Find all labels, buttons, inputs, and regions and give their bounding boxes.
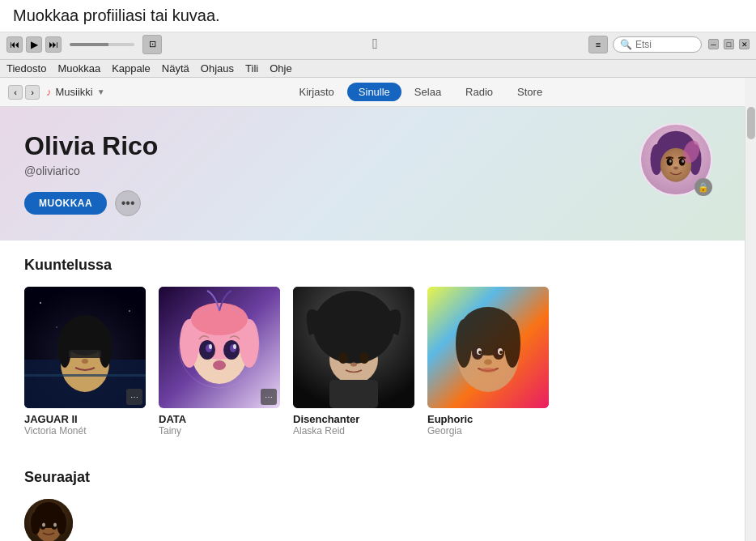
svg-point-43 xyxy=(350,363,357,367)
album-menu-button[interactable]: ⋯ xyxy=(261,389,277,405)
tooltip-text: Muokkaa profiiliasi tai kuvaa. xyxy=(0,0,756,32)
album-item: ⋯ DATA Tainy xyxy=(159,287,280,437)
svg-point-63 xyxy=(57,512,66,535)
library-label: Musiikki xyxy=(56,86,93,98)
nav-tabs: Kirjasto Sinulle Selaa Radio Store xyxy=(105,83,737,101)
svg-point-67 xyxy=(53,523,57,527)
profile-header: Olivia Rico @oliviarico MUOKKAA ••• xyxy=(0,107,745,241)
maximize-button[interactable]: □ xyxy=(724,39,734,49)
album-title: DATA xyxy=(159,413,280,425)
airplay-button[interactable]: ⊡ xyxy=(142,35,162,54)
svg-point-21 xyxy=(40,302,41,304)
apple-logo:  xyxy=(162,36,588,53)
nav-bar: ‹ › ♪ Musiikki ▼ Kirjasto Sinulle Selaa … xyxy=(0,78,745,107)
svg-point-35 xyxy=(233,344,236,349)
album-artist: Georgia xyxy=(427,425,549,437)
play-button[interactable]: ▶ xyxy=(26,36,42,53)
follower-avatar-container xyxy=(24,499,720,541)
album-cover-disenchanter[interactable] xyxy=(293,287,414,408)
more-options-button[interactable]: ••• xyxy=(115,190,141,216)
menu-kappale[interactable]: Kappale xyxy=(112,62,151,75)
svg-point-34 xyxy=(209,344,212,349)
menu-tiedosto[interactable]: Tiedosto xyxy=(6,62,46,75)
menu-ohje[interactable]: Ohje xyxy=(270,62,291,75)
svg-point-66 xyxy=(42,523,45,527)
album-item: Disenchanter Alaska Reid xyxy=(293,287,414,437)
svg-rect-58 xyxy=(427,287,549,408)
lock-icon: 🔒 xyxy=(698,182,709,193)
rewind-button[interactable]: ⏮ xyxy=(6,36,23,53)
profile-name: Olivia Rico xyxy=(24,131,720,161)
album-menu-button[interactable]: ⋯ xyxy=(126,389,142,405)
albums-grid: ⋯ JAGUAR II Victoria Monét xyxy=(24,287,720,437)
edit-profile-button[interactable]: MUOKKAA xyxy=(24,192,107,215)
list-button[interactable]: ≡ xyxy=(588,36,608,53)
album-item: ⋯ JAGUAR II Victoria Monét xyxy=(24,287,146,437)
seuraajat-title: Seuraajat xyxy=(24,469,720,486)
kuuntelussa-title: Kuuntelussa xyxy=(24,257,720,274)
library-selector[interactable]: ♪ Musiikki ▼ xyxy=(46,86,105,98)
menu-muokkaa[interactable]: Muokkaa xyxy=(57,62,100,75)
seuraajat-section: Seuraajat xyxy=(0,453,745,541)
profile-handle: @oliviarico xyxy=(24,164,720,177)
svg-point-2 xyxy=(650,144,662,175)
fastforward-button[interactable]: ⏭ xyxy=(45,36,62,53)
svg-rect-18 xyxy=(69,350,101,358)
album-cover-jaguar[interactable]: ⋯ xyxy=(24,287,146,408)
tab-store[interactable]: Store xyxy=(506,83,554,101)
euphoric-cover-art xyxy=(427,287,549,408)
search-input[interactable] xyxy=(635,39,700,50)
search-box[interactable]: 🔍 xyxy=(613,36,702,53)
album-cover-data[interactable]: ⋯ xyxy=(159,287,280,408)
follower-avatar-image xyxy=(24,499,73,541)
svg-point-62 xyxy=(31,512,40,535)
svg-point-22 xyxy=(129,310,130,312)
follower-avatar xyxy=(24,499,73,541)
album-cover-euphoric[interactable] xyxy=(427,287,549,408)
menu-ohjaus[interactable]: Ohjaus xyxy=(201,62,234,75)
album-title: JAGUAR II xyxy=(24,413,146,425)
avatar-container: 🔒 xyxy=(639,123,712,196)
chevron-down-icon: ▼ xyxy=(97,87,105,96)
menu-bar: Tiedosto Muokkaa Kappale Näytä Ohjaus Ti… xyxy=(0,60,756,78)
svg-point-42 xyxy=(359,352,369,364)
nav-arrows: ‹ › xyxy=(8,85,40,100)
forward-button[interactable]: › xyxy=(25,85,40,100)
music-note-icon: ♪ xyxy=(46,86,52,98)
svg-point-29 xyxy=(191,303,248,335)
scrollbar[interactable] xyxy=(745,107,756,541)
svg-rect-44 xyxy=(329,380,378,408)
menu-nayta[interactable]: Näytä xyxy=(162,62,189,75)
svg-point-8 xyxy=(682,160,684,163)
album-artist: Tainy xyxy=(159,425,280,437)
svg-point-16 xyxy=(58,327,71,368)
svg-point-17 xyxy=(99,327,112,368)
album-artist: Victoria Monét xyxy=(24,425,146,437)
scrollbar-thumb[interactable] xyxy=(747,107,755,139)
svg-point-41 xyxy=(338,352,348,364)
tab-sinulle[interactable]: Sinulle xyxy=(347,83,401,101)
volume-slider[interactable] xyxy=(70,43,134,46)
album-title: Disenchanter xyxy=(293,413,414,425)
tab-kirjasto[interactable]: Kirjasto xyxy=(287,83,345,101)
kuuntelussa-section: Kuuntelussa xyxy=(0,241,745,453)
svg-rect-20 xyxy=(24,374,146,377)
search-icon: 🔍 xyxy=(620,39,632,50)
back-button[interactable]: ‹ xyxy=(8,85,23,100)
title-bar: ⏮ ▶ ⏭ ⊡  ≡ 🔍 ─ □ ✕ xyxy=(0,29,756,60)
window-controls: ─ □ ✕ xyxy=(708,39,750,49)
tab-selaa[interactable]: Selaa xyxy=(403,83,452,101)
album-artist: Alaska Reid xyxy=(293,425,414,437)
tab-radio[interactable]: Radio xyxy=(454,83,504,101)
minimize-button[interactable]: ─ xyxy=(708,39,719,49)
menu-tili[interactable]: Tili xyxy=(245,62,258,75)
svg-point-9 xyxy=(673,167,678,170)
disenchanter-cover-art xyxy=(293,287,414,408)
profile-buttons: MUOKKAA ••• xyxy=(24,190,720,216)
album-title: Euphoric xyxy=(427,413,549,425)
tooltip-label: Muokkaa profiiliasi tai kuvaa. xyxy=(13,6,220,24)
svg-point-23 xyxy=(56,326,57,328)
svg-point-7 xyxy=(669,160,672,163)
close-button[interactable]: ✕ xyxy=(739,39,750,49)
svg-point-36 xyxy=(213,360,226,370)
